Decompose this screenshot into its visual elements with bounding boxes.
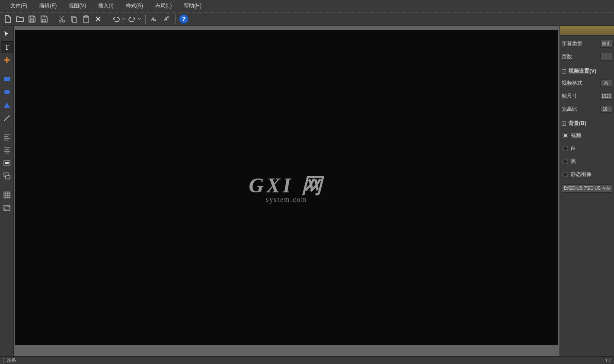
svg-point-3: [59, 20, 61, 22]
radio-icon: [563, 146, 568, 151]
status-bar: 准备 1 /: [0, 356, 614, 364]
svg-point-15: [4, 90, 10, 94]
svg-text:A: A: [163, 16, 168, 22]
text-style-a-button[interactable]: AA: [149, 14, 160, 24]
watermark-main: GXI 网: [249, 172, 324, 199]
undo-button[interactable]: [111, 14, 125, 24]
grid-tool[interactable]: [1, 189, 13, 201]
svg-rect-14: [4, 77, 10, 81]
svg-text:T: T: [5, 44, 9, 51]
align-left-tool[interactable]: [1, 131, 13, 143]
page-indicator: 1 /: [605, 358, 611, 363]
path-field[interactable]: D:\EDIUS 7\EDIUS 存储: [562, 184, 612, 193]
undo-dropdown-arrow[interactable]: [121, 14, 125, 24]
video-format-value[interactable]: 高: [600, 79, 612, 87]
line-tool[interactable]: [1, 112, 13, 124]
radio-icon: [563, 172, 568, 177]
frame-size-label: 帧尺寸: [562, 93, 577, 100]
help-button[interactable]: ?: [179, 14, 189, 24]
ellipse-tool[interactable]: [1, 86, 13, 98]
svg-rect-2: [42, 19, 46, 22]
text-tool[interactable]: T: [1, 41, 13, 53]
toolbox: T: [0, 26, 14, 364]
select-tool[interactable]: [1, 28, 13, 40]
aspect-value[interactable]: 16 :: [600, 105, 612, 113]
pages-label: 页数: [562, 53, 572, 61]
svg-rect-6: [73, 18, 77, 22]
save-as-button[interactable]: [39, 14, 49, 24]
menu-insert[interactable]: 插入(I): [92, 0, 119, 11]
svg-rect-21: [5, 206, 9, 210]
title-type-label: 字幕类型: [562, 40, 582, 48]
layers-tool[interactable]: [1, 170, 13, 182]
open-button[interactable]: [15, 14, 25, 24]
toolbar: AA A ?: [0, 12, 614, 26]
menu-view[interactable]: 视图(V): [63, 0, 92, 11]
menu-bar: 文件(F) 编辑(E) 视图(V) 插入(I) 样式(S) 布局(L) 帮助(H…: [0, 0, 614, 12]
new-button[interactable]: [3, 14, 13, 24]
triangle-tool[interactable]: [1, 99, 13, 111]
svg-rect-17: [5, 162, 9, 164]
background-section-header[interactable]: - 背景(B): [562, 120, 612, 127]
bg-still-option[interactable]: 静态图像: [562, 169, 612, 179]
menu-style[interactable]: 样式(S): [120, 0, 149, 11]
copy-button[interactable]: [69, 14, 79, 24]
video-format-label: 视频格式: [562, 80, 582, 87]
cut-button[interactable]: [57, 14, 67, 24]
redo-button[interactable]: [127, 14, 142, 24]
image-tool[interactable]: [1, 54, 13, 66]
svg-rect-19: [6, 176, 10, 179]
menu-file[interactable]: 文件(F): [4, 0, 33, 11]
canvas[interactable]: GXI 网 system.com: [15, 30, 558, 345]
pages-value[interactable]: [600, 53, 612, 61]
svg-point-4: [63, 20, 65, 22]
text-style-b-button[interactable]: A: [161, 14, 172, 24]
radio-icon: [563, 159, 568, 164]
align-center-tool[interactable]: [1, 144, 13, 156]
radio-icon: [563, 133, 568, 138]
frame-size-value[interactable]: 1920: [600, 92, 612, 100]
video-section-header[interactable]: - 视频设置(V): [562, 67, 612, 75]
panel-header[interactable]: [560, 26, 614, 35]
fit-tool[interactable]: [1, 157, 13, 169]
svg-rect-1: [30, 19, 34, 22]
disclose-icon: -: [562, 69, 566, 73]
save-button[interactable]: [27, 14, 37, 24]
menu-edit[interactable]: 编辑(E): [33, 0, 63, 11]
disclose-icon: -: [562, 121, 566, 126]
svg-text:A: A: [154, 18, 157, 22]
menu-help[interactable]: 帮助(H): [178, 0, 208, 11]
watermark: GXI 网 system.com: [249, 172, 324, 204]
bg-video-option[interactable]: 视频: [562, 131, 612, 140]
title-type-value[interactable]: 静止: [600, 40, 612, 48]
delete-button[interactable]: [93, 14, 103, 24]
rectangle-tool[interactable]: [1, 73, 13, 85]
canvas-area: GXI 网 system.com: [14, 26, 560, 364]
paste-button[interactable]: [81, 14, 91, 24]
bg-white-option[interactable]: 白: [562, 144, 612, 153]
bg-black-option[interactable]: 黑: [562, 156, 612, 166]
properties-panel: 字幕类型 静止 页数 - 视频设置(V) 视频格式 高 帧尺寸 1920 宽高比: [560, 26, 614, 364]
aspect-label: 宽高比: [562, 105, 577, 113]
safe-area-tool[interactable]: [1, 202, 13, 214]
redo-dropdown-arrow[interactable]: [138, 14, 142, 24]
status-text: 准备: [3, 357, 16, 364]
menu-layout[interactable]: 布局(L): [149, 0, 178, 11]
